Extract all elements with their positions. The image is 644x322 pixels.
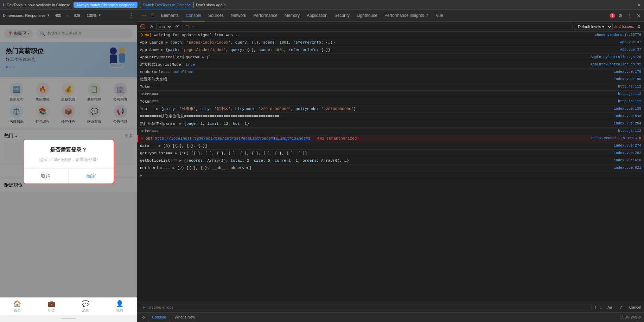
source-link[interactable]: http.js:112 (612, 91, 641, 97)
more-icon[interactable]: ⋮ (128, 12, 134, 19)
find-input[interactable] (140, 304, 592, 310)
find-down-icon[interactable]: ↓ (600, 304, 602, 310)
source-link[interactable]: AppEntryController.js:32 (585, 62, 641, 68)
close-devtools-icon[interactable]: ✕ (635, 12, 643, 20)
dimensions-label: Dimensions: Responsive (3, 13, 45, 18)
tab-lighthouse[interactable]: Lighthouse (353, 10, 381, 22)
login-dialog: 是否需要登录？ 提示：Token失效，请重新登录! 取消 确定 (23, 139, 114, 184)
console-line: App Show ▶ {path: 'pages/index/index', q… (137, 46, 644, 54)
dialog-overlay: 是否需要登录？ 提示：Token失效，请重新登录! 取消 确定 (0, 25, 137, 297)
chevron-down-icon-zoom[interactable]: ▾ (99, 13, 101, 18)
settings-icon[interactable]: ⚙ (617, 12, 624, 20)
source-link[interactable]: http.js:112 (612, 128, 641, 134)
dont-show-button[interactable]: Don't show again (196, 3, 225, 7)
bottom-right-info: CSDN @桦汐 (620, 315, 641, 320)
nav-home-label: 首页 (14, 308, 21, 313)
console-line: noticeList=== ▶ (2) [{…}, {…}, __ob__: O… (137, 165, 644, 172)
switch-devtools-button[interactable]: Switch DevTools to Chinese (140, 2, 194, 8)
console-line: Token=== http.js:112 (137, 98, 644, 105)
dialog-title: 是否需要登录？ (31, 147, 107, 153)
console-line: =========获取定位信息=========================… (137, 113, 644, 120)
tab-application[interactable]: Application (303, 10, 331, 22)
source-link[interactable]: index.vue:130 (608, 106, 641, 112)
console-line: App Launch ▶ {path: 'pages/index/index',… (137, 39, 644, 46)
console-line: memberRole=== undefined index.vue:179 (137, 69, 644, 76)
tab-sources[interactable]: Sources (205, 10, 227, 22)
error-icon: ✕ (141, 135, 144, 142)
source-link[interactable]: index.vue:621 (608, 165, 641, 171)
source-link[interactable]: index.vue:282 (608, 150, 641, 156)
filter-input[interactable] (182, 24, 573, 30)
console-line: Token=== http.js:112 (137, 83, 644, 91)
find-up-icon[interactable]: ↑ (594, 304, 597, 310)
console-expand-row[interactable]: ▶ (137, 172, 644, 179)
eye-icon[interactable]: 👁 (174, 23, 181, 30)
nav-jobs[interactable]: 💼 职位 (34, 300, 68, 313)
find-cancel-button[interactable]: Cancel (629, 305, 641, 309)
console-line: getNoticeList=== ▶ {records: Array(2), t… (137, 157, 644, 165)
console-line: Token=== http.js:112 (137, 128, 644, 135)
tab-network[interactable]: Network (227, 10, 250, 22)
source-link[interactable]: http.js:112 (612, 98, 641, 105)
width-input[interactable] (52, 13, 64, 18)
tab-performance[interactable]: Performance (250, 10, 281, 22)
issues-settings-icon[interactable]: ⚙ (636, 24, 642, 30)
notice-text: DevTools is now available in Chinese! (7, 3, 71, 7)
device-toolbar: Dimensions: Responsive ▾ x 100% ▾ ⋮ (0, 10, 137, 21)
close-icon[interactable]: ✕ (637, 2, 641, 8)
nav-messages-label: 消息 (82, 308, 89, 313)
source-link-error[interactable]: chunk-vendors.js:15787 (586, 135, 638, 142)
console-line: getTypeList=== ▶ (10) [{…}, {…}, {…}, {…… (137, 150, 644, 157)
tab-security[interactable]: Security (331, 10, 353, 22)
tab-whats-new[interactable]: What's New (171, 313, 198, 322)
issues-badge[interactable]: ⚠ 2 Issues: (614, 24, 634, 29)
source-link[interactable]: index.vue:546 (608, 113, 641, 120)
source-link[interactable]: index.vue:274 (608, 143, 641, 149)
dialog-confirm-button[interactable]: 确定 (68, 169, 114, 183)
tab-memory[interactable]: Memory (281, 10, 303, 22)
dialog-cancel-button[interactable]: 取消 (24, 169, 69, 183)
source-link[interactable]: http.js:112 (612, 84, 641, 90)
source-link[interactable]: index.vue:190 (608, 76, 641, 83)
console-line: data=== ▶ (3) [{…}, {…}, {…}] index.vue:… (137, 142, 644, 150)
always-match-button[interactable]: Always match Chrome's language (74, 2, 138, 8)
match-case-icon[interactable]: Aa (605, 304, 614, 310)
tab-elements[interactable]: Elements (158, 10, 182, 22)
nav-home[interactable]: 🏠 首页 (0, 300, 34, 313)
tab-console[interactable]: Console (182, 10, 205, 22)
console-line: loc=== ▶ {pcity: '长春市', city: '朝阳区', cit… (137, 105, 644, 113)
nav-profile[interactable]: 👤 我的 (103, 300, 137, 313)
nav-messages[interactable]: 💬 消息 (69, 300, 103, 313)
tab-vue[interactable]: Vue (432, 10, 447, 22)
source-link[interactable]: index.vue:618 (608, 157, 641, 164)
top-select[interactable]: top (156, 24, 172, 30)
console-line: AppEntryController中query= ▶ {} AppEntryC… (137, 54, 644, 61)
nav-profile-label: 我的 (116, 308, 123, 313)
nav-jobs-label: 职位 (48, 308, 55, 313)
height-input[interactable] (71, 13, 83, 18)
tab-console-bottom[interactable]: Console (148, 313, 170, 322)
inspect-icon[interactable]: ⊹ (140, 12, 148, 20)
zoom-select[interactable]: 100% (87, 13, 97, 18)
vertical-dots-icon[interactable]: ⋮ (626, 12, 633, 20)
console-line: 位置不能为空哦 index.vue:190 (137, 76, 644, 83)
source-link[interactable]: index.vue:179 (608, 69, 641, 75)
source-link[interactable]: index.vue:264 (608, 121, 641, 127)
source-link[interactable]: App.vue:37 (614, 47, 641, 53)
bottom-icon-1[interactable]: ⊹ (140, 314, 147, 321)
console-line: Token=== http.js:112 (137, 91, 644, 98)
source-link[interactable]: App.vue:37 (614, 39, 641, 46)
clear-console-icon[interactable]: 🚫 (139, 23, 146, 30)
filter-icon[interactable]: ⊘ (148, 23, 155, 30)
source-link[interactable]: AppEntryController.js:20 (585, 54, 641, 60)
info-icon: ℹ (3, 2, 5, 7)
console-line: 游客模式touristMode= true AppEntryController… (137, 61, 644, 69)
chevron-down-icon[interactable]: ▾ (47, 13, 50, 18)
default-levels-select[interactable]: Default levels ▾ (574, 24, 613, 30)
source-link[interactable]: chunk-vendors.js:25776 (589, 32, 641, 38)
x-separator: x (66, 13, 69, 18)
device-mode-icon[interactable]: 📱 (148, 12, 156, 20)
dialog-hint: 提示：Token失效，请重新登录! (31, 157, 107, 163)
tab-perf-insights[interactable]: Performance insights ↗ (381, 10, 432, 22)
regex-icon[interactable]: .* (617, 304, 625, 310)
